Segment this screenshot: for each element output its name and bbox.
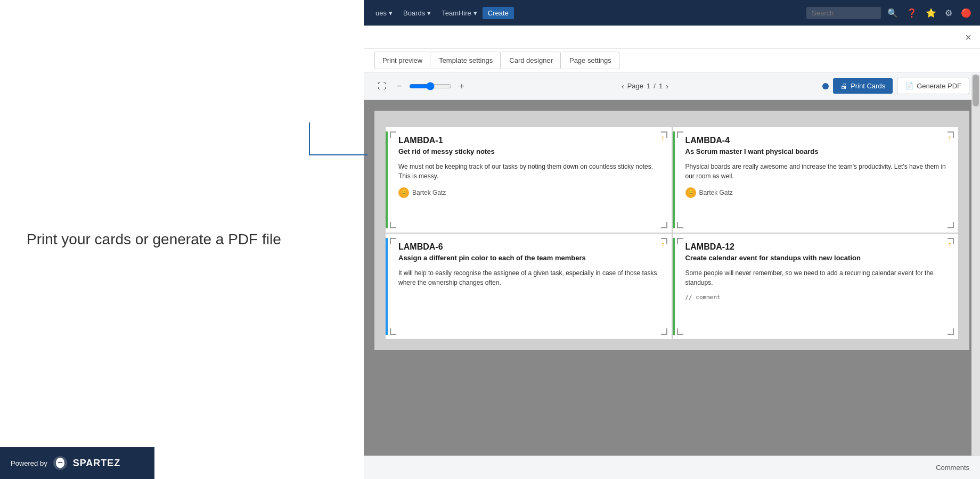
generate-pdf-button[interactable]: 📄 Generate PDF	[897, 78, 969, 94]
card-title: Get rid of messy sticky notes	[393, 147, 664, 156]
card-description: It will help to easily recognise the ass…	[393, 268, 664, 287]
generate-pdf-label: Generate PDF	[917, 82, 961, 90]
card-title: Create calendar event for standups with …	[680, 254, 951, 263]
pdf-icon: 📄	[905, 82, 913, 90]
corner-mark-br	[661, 222, 667, 228]
spartez-icon	[53, 456, 68, 470]
marketing-headline: Print your cards or generate a PDF file	[27, 230, 281, 249]
zoom-slider[interactable]	[409, 82, 452, 90]
scrollbar-thumb[interactable]	[973, 75, 979, 106]
fullscreen-button[interactable]: ⛶	[374, 79, 389, 93]
corner-mark-tl	[677, 131, 683, 138]
dialog-header: ×	[364, 26, 980, 49]
page-label: Page	[627, 82, 643, 90]
card-description: Physical boards are really awesome and i…	[680, 162, 951, 181]
corner-mark-bl	[677, 328, 683, 335]
tab-print-preview[interactable]: Print preview	[374, 52, 430, 69]
marketing-area: Print your cards or generate a PDF file …	[0, 0, 364, 479]
dropdown-icon: ▾	[427, 9, 431, 17]
card-lambda-12: ↑ LAMBDA-12 Create calendar event for st…	[672, 233, 959, 340]
page-current: 1	[647, 82, 650, 90]
priority-arrow: ↑	[948, 240, 952, 250]
card-description: Some people will never remember, so we n…	[680, 268, 951, 287]
priority-arrow: ↑	[661, 240, 665, 250]
preview-area[interactable]: ↑ LAMBDA-1 Get rid of messy sticky notes…	[364, 100, 980, 456]
cards-grid: ↑ LAMBDA-1 Get rid of messy sticky notes…	[385, 127, 959, 340]
zoom-in-button[interactable]: +	[456, 79, 467, 93]
corner-mark-tl	[390, 131, 396, 138]
page-next-button[interactable]: ›	[666, 82, 668, 90]
card-assignee: 😊 Bartek Gatz	[680, 187, 951, 198]
corner-mark-bl	[390, 222, 396, 228]
top-nav: ues ▾ Boards ▾ TeamHire ▾ Create 🔍 ❓ ⭐ ⚙…	[364, 0, 980, 26]
card-id: LAMBDA-6	[393, 242, 664, 252]
page-total: 1	[659, 82, 663, 90]
help-icon[interactable]: ❓	[904, 7, 919, 19]
page-dot-indicator	[822, 83, 829, 89]
card-left-border	[386, 238, 388, 335]
close-button[interactable]: ×	[965, 32, 971, 43]
card-left-border	[673, 131, 675, 228]
star-icon[interactable]: ⭐	[924, 7, 938, 19]
dropdown-icon: ▾	[473, 9, 477, 17]
nav-icons: 🔍 ❓ ⭐ ⚙ 🔴	[885, 7, 974, 19]
card-left-border	[386, 131, 388, 228]
nav-item-create[interactable]: Create	[483, 7, 514, 19]
callout-line	[309, 154, 368, 155]
notification-icon[interactable]: 🔴	[959, 7, 974, 19]
comments-bar: Comments	[364, 456, 980, 479]
settings-icon[interactable]: ⚙	[943, 7, 954, 19]
corner-mark-tl	[390, 238, 396, 244]
priority-arrow: ↑	[661, 134, 665, 143]
assignee-avatar: 😊	[398, 187, 409, 198]
print-icon: 🖨	[840, 82, 847, 90]
nav-item-teamhire[interactable]: TeamHire ▾	[436, 7, 483, 19]
nav-item-ues[interactable]: ues ▾	[370, 7, 398, 19]
corner-mark-tl	[677, 238, 683, 244]
card-description: We must not be keeping track of our task…	[393, 162, 664, 181]
card-left-border	[673, 238, 675, 335]
zoom-out-button[interactable]: −	[394, 79, 405, 93]
page-info: ‹ Page 1 / 1 ›	[472, 82, 818, 90]
card-id: LAMBDA-12	[680, 242, 951, 252]
print-dialog: × Print preview Template settings Card d…	[364, 26, 980, 479]
priority-arrow: ↑	[948, 134, 952, 143]
print-page: ↑ LAMBDA-1 Get rid of messy sticky notes…	[374, 111, 969, 350]
toolbar: ⛶ − + ‹ Page 1 / 1 › 🖨 Print Cards 📄 Gen…	[364, 72, 980, 100]
page-separator: /	[654, 82, 656, 90]
assignee-name: Bartek Gatz	[699, 189, 733, 196]
card-lambda-4: ↑ LAMBDA-4 As Scrum master I want physic…	[672, 127, 959, 233]
print-cards-label: Print Cards	[851, 82, 885, 90]
spartez-brand: SPARTEZ	[73, 458, 121, 469]
tab-page-settings[interactable]: Page settings	[562, 52, 619, 69]
card-id: LAMBDA-4	[680, 136, 951, 145]
comments-label: Comments	[936, 464, 969, 472]
search-icon[interactable]: 🔍	[885, 7, 900, 19]
tab-card-designer[interactable]: Card designer	[502, 52, 561, 69]
card-assignee: 😊 Bartek Gatz	[393, 187, 664, 198]
scrollbar[interactable]	[971, 75, 980, 456]
dropdown-icon: ▾	[389, 9, 393, 17]
card-title: Assign a different pin color to each of …	[393, 254, 664, 263]
card-lambda-1: ↑ LAMBDA-1 Get rid of messy sticky notes…	[385, 127, 672, 233]
tab-template-settings[interactable]: Template settings	[431, 52, 501, 69]
corner-mark-br	[661, 328, 667, 335]
corner-mark-br	[948, 222, 954, 228]
print-cards-button[interactable]: 🖨 Print Cards	[833, 78, 893, 94]
powered-by-text: Powered by	[11, 459, 47, 467]
card-lambda-6: ↑ LAMBDA-6 Assign a different pin color …	[385, 233, 672, 340]
powered-by-footer: Powered by SPARTEZ	[0, 447, 154, 479]
card-code: // comment	[680, 294, 951, 301]
assignee-name: Bartek Gatz	[412, 189, 446, 196]
page-prev-button[interactable]: ‹	[622, 82, 624, 90]
corner-mark-br	[948, 328, 954, 335]
corner-mark-bl	[390, 328, 396, 335]
card-id: LAMBDA-1	[393, 136, 664, 145]
card-title: As Scrum master I want physical boards	[680, 147, 951, 156]
search-input[interactable]	[806, 7, 881, 19]
nav-item-boards[interactable]: Boards ▾	[398, 7, 436, 19]
tabs-bar: Print preview Template settings Card des…	[364, 49, 980, 72]
assignee-avatar: 😊	[685, 187, 696, 198]
corner-mark-bl	[677, 222, 683, 228]
